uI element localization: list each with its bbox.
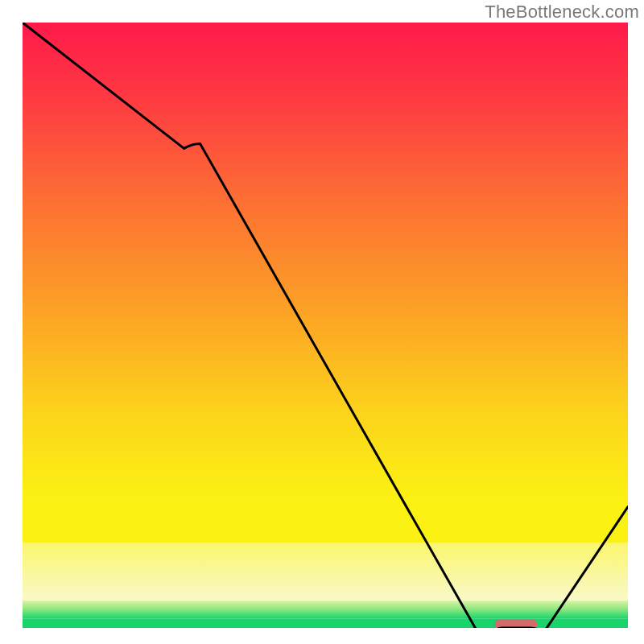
band-pale-yellow [23,543,628,601]
band-green-gradient [23,601,628,619]
plot-area [23,23,628,628]
band-solid-green [23,619,628,628]
attribution-text: TheBottleneck.com [485,2,639,23]
chart-container: TheBottleneck.com [0,0,644,644]
optimal-range-marker [495,619,538,628]
bottleneck-chart [23,23,628,628]
band-red-yellow [23,23,628,543]
